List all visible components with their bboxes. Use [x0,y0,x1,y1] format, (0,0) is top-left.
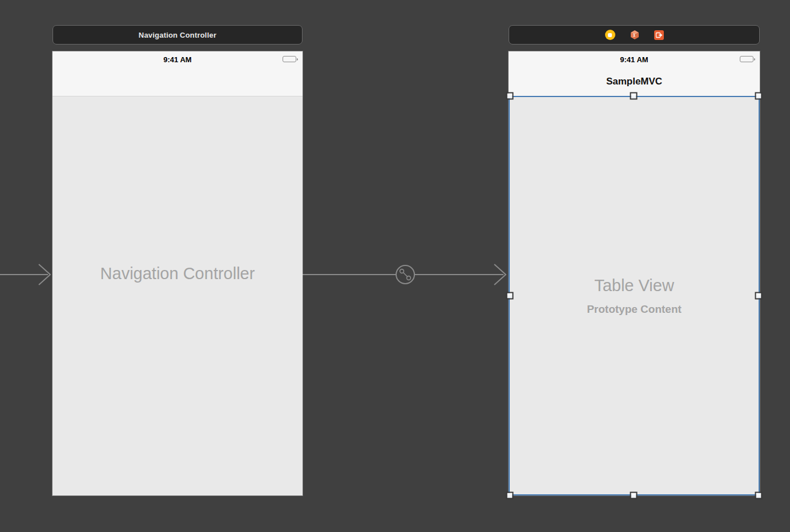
selection-handle-top-right[interactable] [755,92,763,100]
selection-handle-bottom-center[interactable] [630,492,638,499]
first-responder-badge: 1 [632,33,635,38]
navigation-controller-placeholder-label: Navigation Controller [100,264,255,283]
selection-handle-top-center[interactable] [630,92,638,100]
selection-handle-middle-right[interactable] [755,292,763,300]
scene-titlebar-samplemvc[interactable]: 1 [509,25,760,45]
battery-icon [740,56,753,62]
segue-arrow[interactable] [303,262,509,287]
scene-titlebar-navigation-controller[interactable]: Navigation Controller [53,25,303,45]
storyboard-entry-arrow[interactable] [0,262,54,287]
view-controller-icon[interactable] [605,30,615,40]
selection-handle-bottom-right[interactable] [755,492,763,499]
scene-title-label: Navigation Controller [139,31,216,39]
selection-handle-top-left[interactable] [506,92,514,100]
selection-handle-middle-left[interactable] [506,292,514,300]
selection-handle-bottom-left[interactable] [506,492,514,499]
storyboard-canvas[interactable]: Navigation Controller 9:41 AM Navigation… [0,0,790,532]
table-view[interactable]: Table View Prototype Content [509,96,760,495]
status-time: 9:41 AM [620,55,648,64]
navigation-controller-scene[interactable]: 9:41 AM Navigation Controller [53,51,303,495]
table-view-placeholder-label: Table View [594,276,674,295]
navigation-bar-title: SampleMVC [509,67,760,96]
exit-icon[interactable] [654,30,664,40]
samplemvc-scene[interactable]: 9:41 AM SampleMVC Table View Prototype C… [509,51,760,495]
first-responder-icon[interactable]: 1 [630,30,640,40]
status-bar: 9:41 AM [509,51,760,67]
prototype-content-label: Prototype Content [587,303,682,316]
